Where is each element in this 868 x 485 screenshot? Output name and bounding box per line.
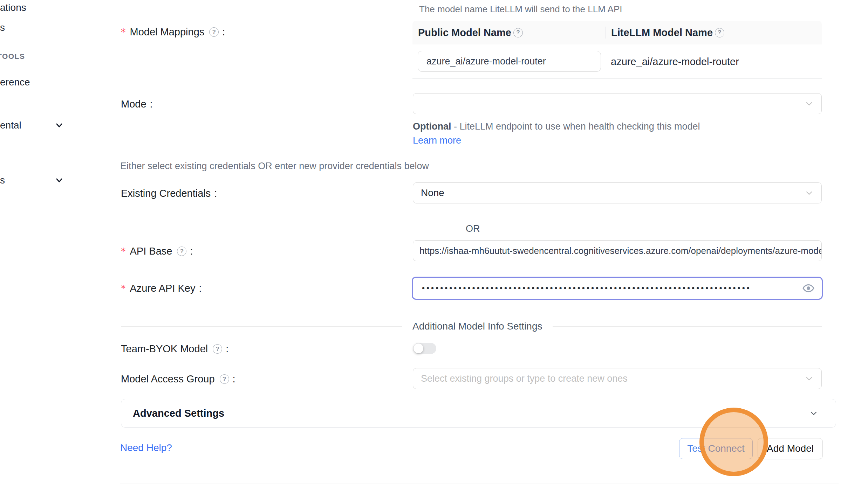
sidebar-section-label: TOOLS	[0, 52, 25, 61]
public-model-name-input[interactable]: azure_ai/azure-model-router	[418, 51, 601, 72]
sidebar-item-label: s	[0, 22, 5, 33]
label-text: API Base	[130, 245, 172, 257]
or-divider: OR	[121, 223, 822, 234]
sidebar-item-settings[interactable]: s	[0, 173, 105, 187]
column-separator	[606, 27, 606, 39]
team-byok-toggle[interactable]	[413, 343, 436, 354]
label-text: Existing Credentials	[121, 188, 211, 199]
chevron-down-icon	[808, 408, 819, 418]
label-colon: :	[226, 343, 228, 355]
or-divider-text: OR	[457, 223, 489, 234]
sidebar: ations s TOOLS erence ental s	[0, 0, 105, 485]
help-circle-icon[interactable]: ?	[177, 247, 186, 256]
panel-right-border	[838, 0, 838, 484]
azure-api-key-input[interactable]: ••••••••••••••••••••••••••••••••••••••••…	[412, 277, 823, 300]
chevron-down-icon	[805, 99, 814, 108]
label-text: Team-BYOK Model	[121, 343, 208, 355]
api-base-input[interactable]: https://ishaa-mh6uutut-swedencentral.cog…	[413, 240, 822, 261]
help-circle-icon[interactable]: ?	[209, 27, 219, 37]
select-placeholder: Select existing groups or type to create…	[421, 373, 628, 384]
required-asterisk: *	[121, 27, 126, 37]
sidebar-item-label: ental	[0, 120, 21, 131]
advanced-settings-title: Advanced Settings	[133, 408, 224, 419]
mode-select[interactable]	[413, 93, 822, 114]
label-colon: :	[150, 98, 153, 110]
masked-password-value: ••••••••••••••••••••••••••••••••••••••••…	[422, 277, 802, 300]
sidebar-item-experimental[interactable]: ental	[0, 118, 105, 132]
input-value: azure_ai/azure-model-router	[426, 56, 546, 67]
column-label: Public Model Name	[418, 27, 511, 39]
eye-icon[interactable]	[802, 282, 815, 295]
help-circle-icon[interactable]: ?	[220, 374, 229, 384]
label-colon: :	[222, 26, 225, 38]
credentials-hint: Either select existing credentials OR en…	[120, 161, 429, 172]
label-colon: :	[233, 373, 235, 385]
api-base-label: * API Base ? :	[121, 245, 193, 257]
chevron-down-icon	[805, 374, 814, 383]
label-text: Mode	[121, 98, 146, 110]
label-colon: :	[214, 188, 217, 199]
help-circle-icon[interactable]: ?	[513, 28, 523, 37]
column-header-litellm-model-name: LiteLLM Model Name ?	[611, 27, 724, 39]
sidebar-item-inference[interactable]: erence	[0, 75, 105, 89]
divider-line	[121, 229, 457, 229]
model-access-group-select[interactable]: Select existing groups or type to create…	[413, 368, 822, 389]
label-colon: :	[199, 283, 202, 294]
learn-more-link[interactable]: Learn more	[413, 135, 461, 146]
add-model-button[interactable]: Add Model	[758, 438, 823, 459]
sidebar-item-label: erence	[0, 77, 30, 88]
model-mappings-table: Public Model Name ? LiteLLM Model Name ?…	[412, 21, 822, 79]
column-header-public-model-name: Public Model Name ?	[418, 27, 523, 39]
test-connect-button[interactable]: Test Connect	[679, 438, 753, 459]
mode-hint: Optional - LiteLLM endpoint to use when …	[413, 119, 714, 147]
azure-api-key-label: * Azure API Key :	[121, 283, 202, 294]
chevron-down-icon	[805, 188, 814, 198]
sidebar-item-organizations[interactable]: ations	[0, 1, 105, 15]
panel-bottom-border	[120, 484, 839, 484]
toggle-knob	[414, 344, 423, 353]
sidebar-item-label: ations	[0, 2, 26, 13]
sidebar-section-tools: TOOLS	[0, 51, 102, 62]
hint-text: - LiteLLM endpoint to use when health ch…	[451, 121, 700, 132]
existing-credentials-select[interactable]: None	[413, 182, 822, 203]
select-value: None	[421, 187, 444, 199]
mode-label: Mode :	[121, 98, 153, 110]
info-settings-divider-text: Additional Model Info Settings	[402, 321, 553, 332]
label-text: Azure API Key	[130, 283, 196, 294]
sidebar-item-models[interactable]: s	[0, 21, 105, 35]
label-colon: :	[190, 245, 193, 257]
divider-line	[121, 326, 402, 327]
sidebar-item-label: s	[0, 175, 5, 186]
divider-line	[489, 229, 822, 229]
help-circle-icon[interactable]: ?	[213, 344, 222, 354]
add-model-page: ations s TOOLS erence ental s The model …	[0, 0, 868, 485]
model-access-group-label: Model Access Group ? :	[121, 373, 235, 385]
label-text: Model Mappings	[130, 26, 205, 38]
table-row: azure_ai/azure-model-router azure_ai/azu…	[412, 44, 822, 79]
label-text: Model Access Group	[121, 373, 215, 385]
info-settings-divider: Additional Model Info Settings	[121, 321, 822, 332]
chevron-down-icon	[54, 175, 64, 185]
table-header-row: Public Model Name ? LiteLLM Model Name ?	[412, 21, 822, 44]
divider-line	[553, 326, 822, 327]
litellm-model-name-value: azure_ai/azure-model-router	[611, 44, 739, 79]
model-name-hint: The model name LiteLLM will send to the …	[419, 4, 622, 15]
column-label: LiteLLM Model Name	[611, 27, 713, 39]
required-asterisk: *	[121, 283, 126, 294]
existing-credentials-label: Existing Credentials :	[121, 188, 217, 199]
help-circle-icon[interactable]: ?	[715, 28, 724, 37]
required-asterisk: *	[121, 246, 126, 257]
team-byok-label: Team-BYOK Model ? :	[121, 343, 228, 355]
input-value: https://ishaa-mh6uutut-swedencentral.cog…	[419, 245, 822, 256]
hint-bold: Optional	[413, 121, 451, 132]
model-mappings-label: * Model Mappings ? :	[121, 26, 225, 38]
chevron-down-icon	[54, 120, 64, 130]
need-help-link[interactable]: Need Help?	[120, 442, 172, 453]
advanced-settings-panel[interactable]: Advanced Settings	[121, 399, 836, 428]
